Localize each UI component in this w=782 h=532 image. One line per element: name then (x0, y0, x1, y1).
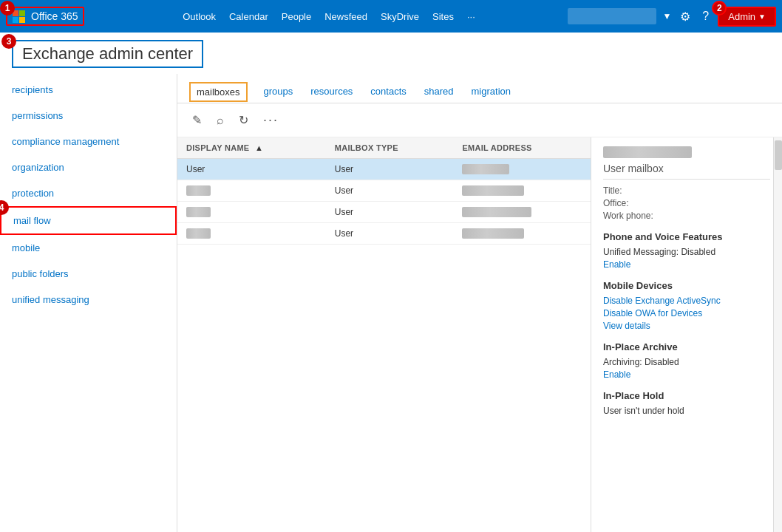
phone-section-title: Phone and Voice Features (603, 231, 770, 242)
email-blurred (462, 207, 531, 217)
enable-archive-link[interactable]: Enable (603, 369, 770, 380)
sidebar-item-organization[interactable]: organization (0, 154, 177, 180)
svg-rect-1 (19, 10, 25, 16)
admin-button[interactable]: 2 Admin ▼ (718, 7, 776, 27)
cell-mailbox-type: User (326, 223, 454, 245)
table-row[interactable]: User (177, 202, 591, 223)
enable-unified-messaging-link[interactable]: Enable (603, 259, 770, 270)
tabs-bar: mailboxes groups resources contacts shar… (177, 74, 782, 103)
cell-email-address (453, 223, 591, 245)
sidebar-item-compliance[interactable]: compliance management (0, 129, 177, 154)
nav-skydrive[interactable]: SkyDrive (381, 11, 419, 22)
col-display-name-label: DISPLAY NAME (186, 143, 250, 152)
question-icon[interactable]: ? (699, 7, 712, 26)
tab-groups[interactable]: groups (262, 81, 295, 103)
col-mailbox-type-label: MAILBOX TYPE (335, 143, 398, 152)
cell-display-name (177, 202, 326, 223)
sort-arrow-icon: ▲ (255, 143, 263, 152)
view-details-link[interactable]: View details (603, 321, 770, 331)
email-blurred (462, 185, 523, 196)
sidebar: recipients permissions compliance manage… (0, 74, 177, 532)
top-nav-links: Outlook Calendar People Newsfeed SkyDriv… (90, 11, 568, 22)
tab-contacts[interactable]: contacts (369, 81, 407, 103)
top-nav-left: 1 Office 365 (6, 7, 90, 26)
nav-outlook[interactable]: Outlook (183, 11, 216, 22)
badge-2: 2 (712, 1, 727, 16)
settings-icon[interactable]: ⚙ (677, 7, 693, 27)
search-button[interactable]: ⌕ (214, 112, 227, 129)
office365-logo[interactable]: 1 Office 365 (6, 7, 84, 26)
sidebar-item-unifiedmessaging[interactable]: unified messaging (0, 287, 177, 313)
page-header: 3 Exchange admin center (0, 33, 782, 74)
sidebar-label-organization: organization (12, 162, 64, 173)
mailbox-type-value: User (335, 164, 353, 174)
panel-user-name (603, 146, 770, 158)
refresh-button[interactable]: ↻ (236, 112, 251, 129)
mailbox-table: DISPLAY NAME ▲ MAILBOX TYPE EMAIL ADDRES… (177, 137, 591, 245)
sidebar-item-recipients[interactable]: recipients (0, 77, 177, 103)
cell-email-address (453, 180, 591, 202)
top-search-input[interactable] (568, 8, 656, 24)
more-button[interactable]: ··· (260, 111, 282, 129)
nav-calendar[interactable]: Calendar (229, 11, 268, 22)
col-email-address-label: EMAIL ADDRESS (462, 143, 531, 152)
archiving-status: Archiving: Disabled (603, 357, 770, 367)
cell-mailbox-type: User (326, 159, 454, 180)
sidebar-label-recipients: recipients (12, 84, 53, 95)
admin-label: Admin (728, 11, 755, 22)
sidebar-item-permissions[interactable]: permissions (0, 103, 177, 129)
sidebar-label-publicfolders: public folders (12, 268, 69, 279)
col-mailbox-type: MAILBOX TYPE (326, 137, 454, 159)
sidebar-label-mailflow: mail flow (13, 215, 51, 226)
sidebar-label-permissions: permissions (12, 110, 63, 121)
table-row[interactable]: User User (177, 159, 591, 180)
tab-shared[interactable]: shared (423, 81, 455, 103)
panel-office-field: Office: (603, 198, 770, 208)
panel-workphone-field: Work phone: (603, 211, 770, 221)
sidebar-label-protection: protection (12, 188, 54, 199)
disable-owa-link[interactable]: Disable OWA for Devices (603, 308, 770, 318)
col-email-address: EMAIL ADDRESS (453, 137, 591, 159)
tab-mailboxes[interactable]: mailboxes (189, 82, 248, 102)
admin-chevron-icon: ▼ (758, 13, 766, 21)
col-display-name[interactable]: DISPLAY NAME ▲ (177, 137, 326, 159)
hold-section-title: In-Place Hold (603, 390, 770, 401)
nav-people[interactable]: People (282, 11, 311, 22)
right-panel: User mailbox Title: Office: Work phone: … (591, 137, 782, 532)
page-title: Exchange admin center (12, 40, 203, 68)
sidebar-item-mobile[interactable]: mobile (0, 235, 177, 261)
svg-rect-3 (19, 17, 25, 23)
name-blurred (186, 185, 211, 196)
tab-resources[interactable]: resources (309, 81, 354, 103)
name-blurred (186, 228, 211, 239)
scrollbar-thumb[interactable] (775, 140, 782, 170)
email-blurred (462, 164, 509, 174)
cell-display-name: User (177, 159, 326, 180)
table-panel-area: DISPLAY NAME ▲ MAILBOX TYPE EMAIL ADDRES… (177, 137, 782, 532)
top-nav-right: ▼ ⚙ ? 2 Admin ▼ (568, 7, 776, 27)
table-row[interactable]: User (177, 180, 591, 202)
sidebar-item-protection[interactable]: protection (0, 180, 177, 206)
office365-label: Office 365 (31, 10, 78, 22)
scrollbar[interactable] (773, 137, 782, 532)
sidebar-item-mailflow[interactable]: 4 mail flow (0, 206, 177, 235)
sidebar-label-compliance: compliance management (12, 136, 119, 147)
content-area: mailboxes groups resources contacts shar… (177, 74, 782, 532)
sidebar-item-publicfolders[interactable]: public folders (0, 261, 177, 287)
table-row[interactable]: User (177, 223, 591, 245)
cell-mailbox-type: User (326, 180, 454, 202)
tab-migration[interactable]: migration (470, 81, 512, 103)
nav-sites[interactable]: Sites (432, 11, 454, 22)
edit-button[interactable]: ✎ (189, 112, 205, 129)
name-blurred (186, 207, 211, 217)
email-blurred (462, 228, 523, 239)
nav-more[interactable]: ··· (467, 11, 475, 22)
disable-activesync-link[interactable]: Disable Exchange ActiveSync (603, 296, 770, 306)
cell-display-name (177, 223, 326, 245)
nav-newsfeed[interactable]: Newsfeed (324, 11, 367, 22)
cell-mailbox-type: User (326, 202, 454, 223)
display-name-value: User (186, 164, 205, 174)
cell-email-address (453, 159, 591, 180)
mailbox-table-container: DISPLAY NAME ▲ MAILBOX TYPE EMAIL ADDRES… (177, 137, 591, 532)
unified-messaging-status: Unified Messaging: Disabled (603, 247, 770, 257)
